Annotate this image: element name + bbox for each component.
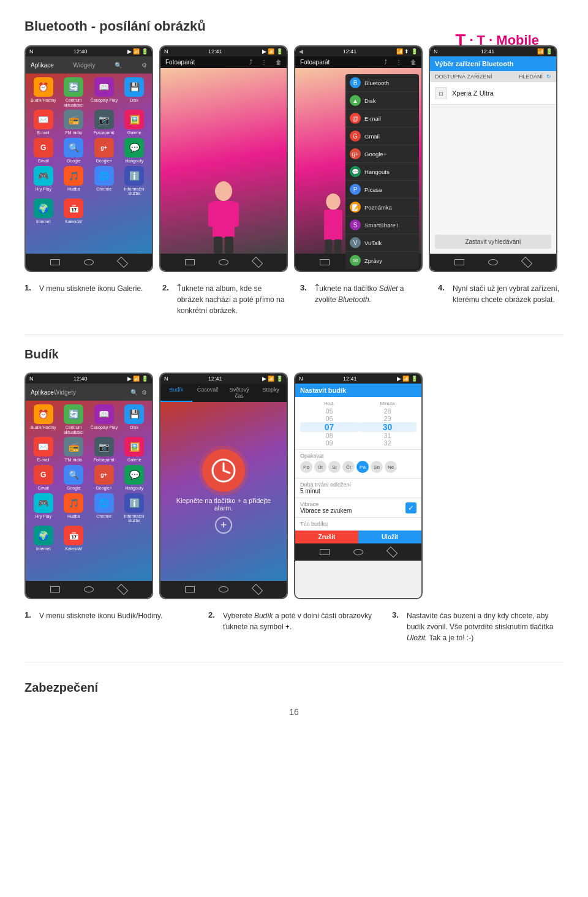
share-item-picasa[interactable]: P Picasa — [345, 181, 419, 199]
alarm-settings-nav-back[interactable] — [386, 547, 398, 558]
share-icon-top[interactable]: ⤴ — [384, 59, 387, 66]
nav-home-btn-4[interactable] — [488, 259, 498, 265]
alarm-tab-casovac[interactable]: Časovač — [192, 384, 224, 402]
share-more-icon[interactable]: ⋮ — [396, 59, 402, 66]
budik-settings-icon[interactable]: ⚙ — [141, 389, 147, 396]
bt-device-entry[interactable]: □ Xperia Z Ultra — [430, 82, 556, 105]
nav-menu-btn[interactable] — [50, 259, 60, 265]
min-30-selected[interactable]: 30 — [358, 422, 417, 432]
search-icon-home[interactable]: 🔍 — [115, 62, 122, 69]
budik-app-disk[interactable]: 💾 Disk — [121, 404, 149, 434]
share-item-poznamka[interactable]: 📝 Poznámka — [345, 199, 419, 216]
budik-app-gallery[interactable]: 🖼️ Galerie — [121, 437, 149, 463]
budik-app-gplus[interactable]: g+ Google+ — [90, 465, 118, 491]
app-icon-chrome[interactable]: 🌐 Chrome — [90, 166, 118, 196]
settings-icon-home[interactable]: ⚙ — [141, 62, 147, 69]
share-item-vutalk[interactable]: V VuTalk — [345, 234, 419, 252]
app-icon-google[interactable]: 🔍 Google — [60, 138, 88, 164]
app-icon-info[interactable]: ℹ️ Informační služba — [121, 166, 149, 196]
budik-app-games[interactable]: 🎮 Hry Play — [29, 493, 58, 523]
hour-07-selected[interactable]: 07 — [300, 422, 358, 432]
alarm-settings-nav-menu[interactable] — [320, 549, 330, 555]
budik-app-calendar[interactable]: 📅 Kalendář — [60, 526, 88, 551]
app-icon-alarm[interactable]: ⏰ Budík/Hodiny — [29, 77, 58, 107]
day-so[interactable]: So — [371, 461, 383, 473]
budik-app-hangouts[interactable]: 💬 Hangouty — [121, 465, 149, 491]
budik-search-icon[interactable]: 🔍 — [130, 389, 138, 396]
day-ut[interactable]: Út — [314, 461, 326, 473]
budik-app-internet[interactable]: 🌍 Internet — [29, 526, 58, 551]
alarm-tab-stopky[interactable]: Stopky — [255, 384, 287, 402]
app-icon-music[interactable]: 🎵 Hudba — [60, 166, 88, 196]
budik-app-gmail[interactable]: G Gmail — [29, 465, 58, 491]
day-ct[interactable]: Čt — [342, 461, 355, 473]
share-item-smartshare[interactable]: S SmartShare ! — [345, 216, 419, 234]
alarm-nav-home[interactable] — [219, 586, 228, 592]
share-item-disk[interactable]: ▲ Disk — [345, 92, 419, 110]
alarm-nav-menu[interactable] — [185, 586, 195, 592]
budik-app-camera[interactable]: 📷 Fotoaparát — [90, 437, 118, 463]
nav-home-btn[interactable] — [84, 259, 94, 265]
alarm-settings-nav-home[interactable] — [353, 549, 363, 555]
widgets-tab[interactable]: Widgety — [74, 62, 96, 69]
app-icon-calendar[interactable]: 📅 Kalendář — [60, 199, 88, 224]
bt-stop-search-btn[interactable]: Zastavit vyhledávání — [435, 235, 551, 249]
camera-share-icon[interactable]: ⤴ — [249, 59, 252, 66]
share-item-gmail[interactable]: G Gmail — [345, 127, 419, 145]
budik-app-radio[interactable]: 📻 FM rádio — [60, 437, 88, 463]
budik-app-magazines[interactable]: 📖 Časopisy Play — [90, 404, 118, 434]
budik-app-chrome[interactable]: 🌐 Chrome — [90, 493, 118, 523]
day-pa[interactable]: Pá — [356, 461, 369, 473]
app-icon-update[interactable]: 🔄 Centrum aktualizací — [60, 77, 88, 107]
budik-app-alarm[interactable]: ⏰ Budík/Hodiny — [29, 404, 58, 434]
budik-app-music[interactable]: 🎵 Hudba — [60, 493, 88, 523]
app-icon-disk[interactable]: 💾 Disk — [121, 77, 149, 107]
alarm-nav-back[interactable] — [252, 584, 263, 595]
nav-menu-btn-3[interactable] — [320, 259, 330, 265]
day-po[interactable]: Po — [300, 461, 312, 473]
budik-app-update[interactable]: 🔄 Centrum aktualizací — [60, 404, 88, 434]
nav-home-btn-2[interactable] — [219, 259, 228, 265]
budik-nav-menu[interactable] — [50, 586, 60, 592]
budik-app-google[interactable]: 🔍 Google — [60, 465, 88, 491]
app-icon-gplus[interactable]: g+ Google+ — [90, 138, 118, 164]
app-icon-gallery[interactable]: 🖼️ Galerie — [121, 110, 149, 135]
budik-nav-back[interactable] — [117, 584, 128, 595]
app-icon-camera[interactable]: 📷 Fotoaparát — [90, 110, 118, 135]
app-icon-email[interactable]: ✉️ E-mail — [29, 110, 58, 135]
alarm-save-btn[interactable]: Uložit — [358, 531, 421, 543]
share-item-bluetooth[interactable]: B Bluetooth — [345, 74, 419, 92]
bt-refresh-icon[interactable]: ↻ — [546, 74, 551, 80]
alarm-tab-svet-cas[interactable]: Světový čas — [224, 384, 255, 402]
nav-menu-btn-4[interactable] — [454, 259, 464, 265]
share-item-zpravy[interactable]: ✉ Zprávy — [345, 252, 419, 269]
day-ne[interactable]: Ne — [385, 461, 397, 473]
budik-widgets-tab[interactable]: Widgety — [54, 389, 76, 396]
nav-back-btn-2[interactable] — [252, 257, 263, 268]
share-item-email[interactable]: @ E-mail — [345, 110, 419, 127]
budik-app-email[interactable]: ✉️ E-mail — [29, 437, 58, 463]
vibrace-checkbox[interactable]: ✓ — [405, 502, 417, 513]
apps-tab[interactable]: Aplikace — [31, 62, 54, 69]
share-item-gplus[interactable]: g+ Google+ — [345, 145, 419, 163]
nav-back-btn[interactable] — [117, 257, 128, 268]
app-icon-games[interactable]: 🎮 Hry Play — [29, 166, 58, 196]
day-st[interactable]: St — [328, 461, 341, 473]
app-icon-gmail[interactable]: G Gmail — [29, 138, 58, 164]
alarm-tab-budik[interactable]: Budík — [160, 384, 192, 402]
nav-back-btn-4[interactable] — [521, 257, 532, 268]
app-icon-radio[interactable]: 📻 FM rádio — [60, 110, 88, 135]
budik-app-info[interactable]: ℹ️ Informační služba — [121, 493, 149, 523]
alarm-cancel-btn[interactable]: Zrušit — [295, 531, 358, 543]
app-icon-magazines[interactable]: 📖 Časopisy Play — [90, 77, 118, 107]
share-item-hangouts[interactable]: 💬 Hangouts — [345, 163, 419, 181]
share-delete-icon[interactable]: 🗑 — [410, 59, 417, 66]
camera-delete-icon[interactable]: 🗑 — [276, 59, 282, 66]
budik-apps-tab[interactable]: Aplikace — [31, 389, 54, 396]
app-icon-hangouts[interactable]: 💬 Hangouty — [121, 138, 149, 164]
alarm-add-btn[interactable]: + — [215, 517, 232, 534]
app-icon-internet[interactable]: 🌍 Internet — [29, 199, 58, 224]
budik-nav-home[interactable] — [84, 586, 94, 592]
camera-more-icon[interactable]: ⋮ — [261, 59, 267, 66]
nav-menu-btn-2[interactable] — [185, 259, 195, 265]
